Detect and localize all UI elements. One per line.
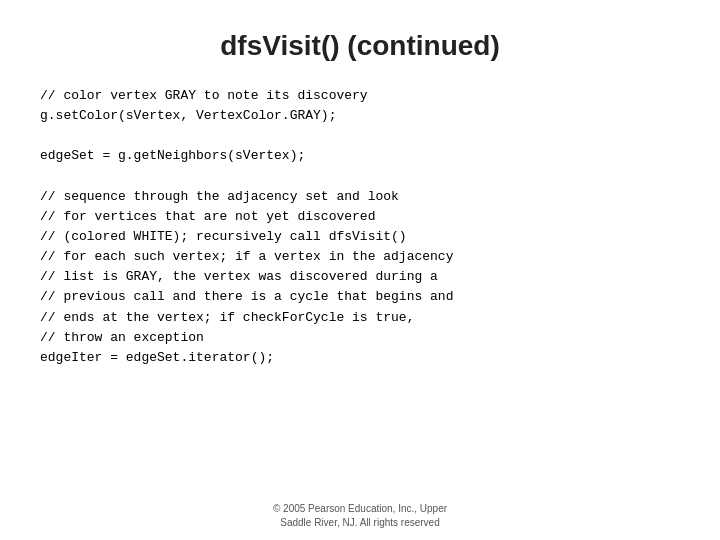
code-block: // color vertex GRAY to note its discove… [40,86,680,494]
code-line-10: // list is GRAY, the vertex was discover… [40,269,438,284]
code-line-7: // for vertices that are not yet discove… [40,209,375,224]
footer-line2: Saddle River, NJ. All rights reserved [273,516,447,530]
code-line-13: // throw an exception [40,330,204,345]
code-line-9: // for each such vertex; if a vertex in … [40,249,453,264]
code-line-2: g.setColor(sVertex, VertexColor.GRAY); [40,108,336,123]
footer-line1: © 2005 Pearson Education, Inc., Upper [273,502,447,516]
code-line-12: // ends at the vertex; if checkForCycle … [40,310,414,325]
page-title: dfsVisit() (continued) [220,30,499,62]
code-line-4: edgeSet = g.getNeighbors(sVertex); [40,148,305,163]
code-line-11: // previous call and there is a cycle th… [40,289,453,304]
code-line-6: // sequence through the adjacency set an… [40,189,399,204]
footer: © 2005 Pearson Education, Inc., Upper Sa… [273,502,447,530]
code-line-8: // (colored WHITE); recursively call dfs… [40,229,407,244]
code-line-1: // color vertex GRAY to note its discove… [40,88,368,103]
page-container: dfsVisit() (continued) // color vertex G… [0,0,720,540]
code-line-14: edgeIter = edgeSet.iterator(); [40,350,274,365]
